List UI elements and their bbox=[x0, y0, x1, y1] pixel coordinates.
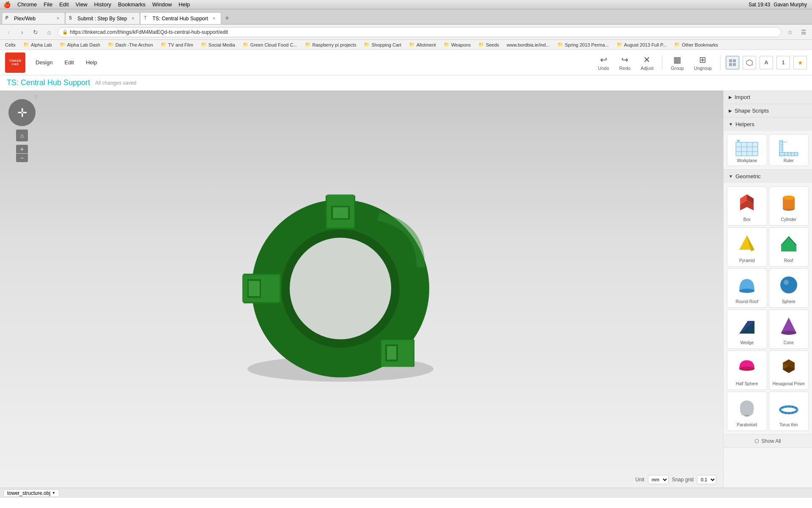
home-button[interactable]: ⌂ bbox=[44, 27, 54, 37]
view-grid-button[interactable] bbox=[726, 56, 739, 69]
chrome-address-bar: ‹ › ↻ ⌂ 🔒 https://tinkercad.com/things/k… bbox=[0, 25, 812, 40]
show-all-label: Show All bbox=[761, 438, 781, 444]
toolbar-right: ↩ Undo ↪ Redo ✕ Adjust ▦ Group ⊞ Ungroup bbox=[595, 53, 807, 72]
bm-greencloud[interactable]: Green Cloud Food C... bbox=[239, 41, 301, 49]
show-all-button[interactable]: ⬡ Show All bbox=[724, 434, 812, 447]
import-arrow-icon: ▶ bbox=[729, 95, 732, 99]
mac-os-bar: 🍎 Chrome File Edit View History Bookmark… bbox=[0, 0, 812, 9]
tab-tinkercad-favicon: T bbox=[144, 16, 150, 22]
tab-plex-close[interactable]: × bbox=[55, 15, 61, 22]
forward-button[interactable]: › bbox=[17, 27, 27, 37]
tab-tinkercad[interactable]: T TS: Central Hub Support × bbox=[140, 12, 221, 24]
bm-other[interactable]: Other Bookmarks bbox=[671, 41, 721, 49]
navigation-controls: ✛ ⌂ + − bbox=[8, 99, 36, 162]
tab-submit-close[interactable]: × bbox=[129, 15, 136, 22]
chrome-settings[interactable]: ☰ bbox=[798, 27, 809, 37]
tab-tinkercad-close[interactable]: × bbox=[211, 15, 217, 22]
bm-weapons[interactable]: Weapons bbox=[440, 41, 474, 49]
view-count-button[interactable]: 1 bbox=[776, 56, 790, 69]
view-star-button[interactable]: ★ bbox=[793, 56, 807, 69]
tab-plex-favicon: P bbox=[5, 16, 11, 22]
paraboloid-label: Paraboloid bbox=[737, 422, 757, 427]
shape-cone[interactable]: Cone bbox=[769, 309, 809, 349]
view-text-button[interactable]: A bbox=[760, 56, 773, 69]
bm-celtx[interactable]: Celtx bbox=[2, 41, 19, 49]
mac-menu-chrome[interactable]: Chrome bbox=[17, 1, 37, 8]
tab-submit[interactable]: S Submit : Step By Step × bbox=[65, 12, 140, 24]
redo-button[interactable]: ↪ Redo bbox=[616, 53, 634, 72]
undo-button[interactable]: ↩ Undo bbox=[595, 53, 612, 72]
bm-bordbia[interactable]: www.bordbia.ie/ind... bbox=[503, 41, 553, 49]
shape-box[interactable]: Box bbox=[727, 186, 767, 226]
ungroup-button[interactable]: ⊞ Ungroup bbox=[691, 53, 715, 72]
bm-alphalab-dash[interactable]: Alpha Lab Dash bbox=[56, 41, 104, 49]
app-menu-edit[interactable]: Edit bbox=[59, 57, 79, 68]
canvas-area[interactable]: ? ✛ ⌂ + − bbox=[0, 91, 723, 488]
orbit-control[interactable]: ✛ bbox=[8, 99, 36, 126]
geometric-section-header[interactable]: ▼ Geometric bbox=[724, 170, 812, 183]
mac-menu-view[interactable]: View bbox=[76, 1, 88, 8]
save-status: All changes saved bbox=[95, 80, 136, 86]
app-menu-design[interactable]: Design bbox=[30, 57, 58, 68]
bm-tv-film[interactable]: TV and Film bbox=[157, 41, 197, 49]
unit-selector[interactable]: mm in bbox=[648, 475, 669, 484]
shape-torus-thin[interactable]: Torus thin bbox=[769, 392, 809, 431]
shape-wedge[interactable]: Wedge bbox=[727, 309, 767, 349]
wedge-label: Wedge bbox=[740, 340, 754, 345]
new-tab-button[interactable]: + bbox=[221, 12, 233, 24]
pyramid-label: Pyramid bbox=[739, 258, 755, 263]
refresh-button[interactable]: ↻ bbox=[30, 27, 41, 37]
3d-shape-viewport bbox=[235, 183, 446, 396]
helper-ruler[interactable]: mm Ruler bbox=[769, 134, 809, 166]
mac-menu-history[interactable]: History bbox=[94, 1, 111, 8]
mac-user: Gavan Murphy bbox=[774, 2, 807, 8]
shape-cylinder[interactable]: Cylinder bbox=[769, 186, 809, 226]
mac-menu-bookmarks[interactable]: Bookmarks bbox=[118, 1, 145, 8]
bm-spring2013[interactable]: Spring 2013 Perma... bbox=[554, 41, 612, 49]
app-menu-help[interactable]: Help bbox=[81, 57, 102, 68]
bookmarks-star[interactable]: ☆ bbox=[785, 27, 795, 37]
helpers-section-header[interactable]: ▼ Helpers bbox=[724, 118, 812, 131]
bm-social[interactable]: Social Media bbox=[198, 41, 239, 49]
bm-shopping[interactable]: Shopping Cart bbox=[360, 41, 404, 49]
tab-plex[interactable]: P Plex/Web × bbox=[2, 12, 65, 24]
bm-seeds[interactable]: Seeds bbox=[475, 41, 502, 49]
tinkercad-logo[interactable]: TINKER CAD bbox=[5, 52, 25, 73]
project-title[interactable]: TS: Central Hub Support bbox=[7, 78, 90, 87]
box-shape-icon bbox=[734, 190, 760, 215]
url-input[interactable]: 🔒 https://tinkercad.com/things/kFdM4MatE… bbox=[58, 27, 782, 37]
mac-menu-file[interactable]: File bbox=[44, 1, 52, 8]
import-section-header[interactable]: ▶ Import bbox=[724, 91, 812, 104]
shape-roof[interactable]: Roof bbox=[769, 227, 809, 267]
bm-alphalab[interactable]: Alpha Lab bbox=[20, 41, 55, 49]
helpers-arrow-icon: ▼ bbox=[729, 122, 733, 127]
shape-pyramid[interactable]: Pyramid bbox=[727, 227, 767, 267]
adjust-button[interactable]: ✕ Adjust bbox=[637, 53, 657, 72]
file-item[interactable]: tower_structure.obj ▼ bbox=[3, 489, 59, 497]
shape-half-sphere[interactable]: Half Sphere bbox=[727, 351, 767, 390]
zoom-out-button[interactable]: − bbox=[16, 154, 28, 162]
bm-allotment[interactable]: Allotment bbox=[406, 41, 439, 49]
zoom-in-button[interactable]: + bbox=[16, 145, 28, 153]
view-3d-button[interactable] bbox=[743, 56, 756, 69]
helper-workplane[interactable]: W Workplane bbox=[727, 134, 767, 166]
shape-hex-prism[interactable]: Hexagonal Prism bbox=[769, 351, 809, 390]
shape-paraboloid[interactable]: Paraboloid bbox=[727, 392, 767, 431]
shape-scripts-header[interactable]: ▶ Shape Scripts bbox=[724, 104, 812, 117]
mac-menu-edit[interactable]: Edit bbox=[59, 1, 69, 8]
protrusion-left-inner bbox=[249, 281, 260, 296]
mac-menu-window[interactable]: Window bbox=[152, 1, 172, 8]
snap-selector[interactable]: 0.1 0.5 1 bbox=[697, 475, 716, 484]
svg-rect-1 bbox=[733, 59, 736, 62]
bm-dash-archon[interactable]: Dash -The Archon bbox=[104, 41, 156, 49]
bm-aug2013[interactable]: August 2013 Full P... bbox=[613, 41, 670, 49]
apple-icon[interactable]: 🍎 bbox=[3, 1, 11, 8]
bm-rpi[interactable]: Raspberry pi projects bbox=[302, 41, 360, 49]
home-view-button[interactable]: ⌂ bbox=[16, 130, 28, 141]
shape-round-roof[interactable]: Round Roof bbox=[727, 268, 767, 308]
mac-menu-help[interactable]: Help bbox=[178, 1, 190, 8]
group-button[interactable]: ▦ Group bbox=[667, 53, 687, 72]
shape-sphere[interactable]: Sphere bbox=[769, 268, 809, 308]
back-button[interactable]: ‹ bbox=[3, 27, 14, 37]
file-bar: tower_structure.obj ▼ bbox=[0, 488, 812, 498]
